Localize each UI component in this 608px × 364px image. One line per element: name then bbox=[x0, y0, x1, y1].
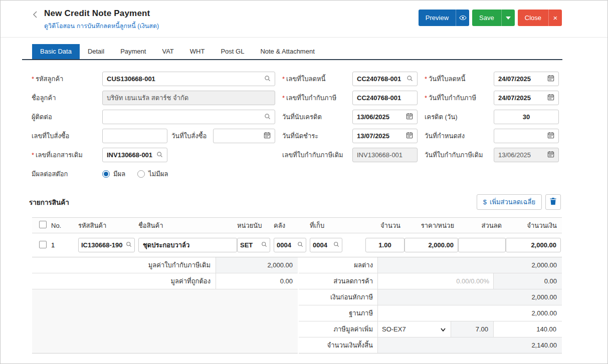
tax-invoice-date-field[interactable]: 24/07/2025 bbox=[494, 91, 559, 105]
totals-summary: มูลค่าใบกำกับภาษีเดิม 2,000.00 มูลค่าที่… bbox=[32, 257, 562, 353]
table-row: 1 IC130668-190 SET 0004 bbox=[32, 233, 562, 257]
due-date-label: วันที่นัดชำระ bbox=[282, 129, 352, 143]
qty-field[interactable] bbox=[365, 238, 404, 252]
preview-button[interactable]: Preview bbox=[419, 10, 469, 26]
contact-label: ผู้ติดต่อ bbox=[32, 110, 102, 124]
dollar-icon: $ bbox=[483, 198, 487, 206]
basic-data-form: *รหัสลูกค้า CUS130668-001 *เลขที่ใบลดหนี… bbox=[32, 72, 607, 181]
col-header-no: No. bbox=[51, 222, 78, 229]
discount-field[interactable] bbox=[458, 238, 506, 252]
price-field[interactable] bbox=[404, 238, 458, 252]
credit-note-date-field[interactable]: 24/07/2025 bbox=[494, 72, 559, 86]
trash-icon bbox=[549, 197, 557, 207]
tax-invoice-no-field[interactable]: CC240768-001 bbox=[352, 91, 418, 105]
tab-wht[interactable]: WHT bbox=[182, 44, 213, 59]
tax-base-label: ฐานภาษี bbox=[299, 305, 378, 321]
col-header-location: ที่เก็บ bbox=[310, 220, 365, 231]
tab-note-attachment[interactable]: Note & Attachment bbox=[252, 44, 322, 59]
po-date-field[interactable] bbox=[213, 129, 275, 143]
original-doc-no-field[interactable]: INV130668-001 bbox=[102, 148, 167, 162]
row-checkbox[interactable] bbox=[39, 241, 47, 248]
search-icon[interactable] bbox=[261, 241, 267, 249]
col-header-warehouse: คลัง bbox=[274, 220, 310, 231]
credit-note-no-label: *เลขที่ใบลดหนี้ bbox=[282, 72, 352, 86]
po-no-field[interactable] bbox=[102, 129, 167, 143]
search-icon[interactable] bbox=[297, 241, 303, 249]
calendar-icon bbox=[547, 151, 554, 159]
save-button[interactable]: Save bbox=[472, 10, 515, 26]
difference-value: 2,000.00 bbox=[378, 257, 562, 273]
calendar-icon[interactable] bbox=[547, 132, 554, 140]
calendar-icon[interactable] bbox=[406, 113, 413, 121]
vat-amount-value: 140.00 bbox=[494, 321, 561, 337]
back-icon[interactable] bbox=[32, 11, 38, 21]
video-tutorial-link[interactable]: ดูวิดีโอสอน การบันทึกลดหนี้ลูกหนี้ (เงิน… bbox=[44, 21, 159, 31]
col-header-price: ราคา/หน่วย bbox=[404, 220, 458, 231]
vat-code-select[interactable]: SO-EX7 bbox=[378, 321, 451, 337]
select-all-checkbox[interactable] bbox=[39, 221, 47, 228]
radio-no-effect[interactable]: ไม่มีผล bbox=[137, 169, 168, 179]
tax-invoice-no-label: *เลขที่ใบกำกับภาษี bbox=[282, 91, 352, 105]
customer-code-label: *รหัสลูกค้า bbox=[32, 72, 102, 86]
amount-field[interactable] bbox=[506, 238, 561, 252]
grand-total-label: จำนวนเงินทั้งสิ้น bbox=[299, 337, 378, 353]
search-icon[interactable] bbox=[333, 241, 339, 249]
tab-post-gl[interactable]: Post GL bbox=[213, 44, 252, 59]
delivery-date-label: วันที่กำหนดส่ง bbox=[425, 129, 494, 143]
search-icon[interactable] bbox=[126, 241, 132, 249]
tax-invoice-date-label: *วันที่ใบกำกับภาษี bbox=[425, 91, 494, 105]
due-date-field[interactable]: 13/07/2025 bbox=[352, 129, 418, 143]
tab-payment[interactable]: Payment bbox=[112, 44, 154, 59]
tab-detail[interactable]: Detail bbox=[80, 44, 112, 59]
close-x-icon[interactable]: × bbox=[548, 10, 562, 26]
location-field[interactable]: 0004 bbox=[310, 238, 342, 252]
before-tax-value: 2,000.00 bbox=[378, 289, 562, 305]
correct-value-field[interactable]: 0.00 bbox=[216, 273, 298, 289]
close-button[interactable]: Close × bbox=[518, 10, 562, 26]
delete-row-button[interactable] bbox=[545, 194, 561, 210]
correct-value-label: มูลค่าที่ถูกต้อง bbox=[32, 273, 216, 289]
credit-note-date-label: *วันที่ใบลดหนี้ bbox=[425, 72, 494, 86]
unit-field[interactable]: SET bbox=[237, 238, 270, 252]
credit-days-field[interactable]: 30 bbox=[494, 110, 559, 124]
radio-selected-icon[interactable] bbox=[102, 170, 110, 178]
po-date-label: วันที่ใบสั่งซื้อ bbox=[171, 131, 213, 141]
items-section-title: รายการสินค้า bbox=[29, 197, 69, 208]
warehouse-field[interactable]: 0004 bbox=[274, 238, 306, 252]
customer-name-label: ชื่อลูกค้า bbox=[32, 91, 102, 105]
items-section-header: รายการสินค้า $ เพิ่มส่วนลดเฉลี่ย bbox=[29, 194, 561, 210]
tab-basic-data[interactable]: Basic Data bbox=[32, 44, 80, 59]
search-icon[interactable] bbox=[264, 113, 271, 121]
product-code-field[interactable]: IC130668-190 bbox=[78, 238, 135, 252]
summary-right: ผลต่าง 2,000.00 ส่วนลดการค้า 0.00 เงินก่… bbox=[299, 257, 562, 353]
grand-total-value: 2,140.00 bbox=[378, 337, 562, 353]
preview-eye-icon[interactable] bbox=[456, 10, 469, 26]
credit-start-date-field[interactable]: 13/06/2025 bbox=[352, 110, 418, 124]
credit-days-label: เครดิต (วัน) bbox=[425, 110, 494, 124]
product-name-field[interactable] bbox=[138, 238, 237, 252]
calendar-icon[interactable] bbox=[406, 132, 413, 140]
calendar-icon[interactable] bbox=[547, 94, 554, 102]
customer-code-field[interactable]: CUS130668-001 bbox=[102, 72, 275, 86]
original-tax-invoice-no-label: เลขที่ใบกำกับภาษีเดิม bbox=[282, 148, 352, 162]
contact-field[interactable] bbox=[102, 110, 275, 124]
search-icon[interactable] bbox=[264, 75, 271, 83]
radio-has-effect[interactable]: มีผล bbox=[102, 169, 125, 179]
save-caret-down-icon[interactable] bbox=[501, 10, 515, 26]
search-icon[interactable] bbox=[156, 151, 163, 159]
delivery-date-field[interactable] bbox=[494, 129, 559, 143]
difference-label: ผลต่าง bbox=[299, 257, 378, 273]
radio-unselected-icon[interactable] bbox=[137, 170, 145, 178]
tab-vat[interactable]: VAT bbox=[154, 44, 181, 59]
credit-note-no-field[interactable]: CC240768-001 bbox=[352, 72, 418, 86]
original-tax-invoice-no-field: INV130668-001 bbox=[352, 148, 418, 162]
add-average-discount-button[interactable]: $ เพิ่มส่วนลดเฉลี่ย bbox=[477, 194, 542, 210]
tax-base-value: 2,000.00 bbox=[378, 305, 562, 321]
search-icon[interactable] bbox=[407, 75, 413, 83]
tab-bar: Basic Data Detail Payment VAT WHT Post G… bbox=[22, 44, 562, 60]
customer-name-field: บริษัท เยนเนรัล สตาร์ช จำกัด bbox=[102, 91, 275, 105]
trade-discount-input[interactable] bbox=[378, 273, 494, 289]
vat-rate-value: 7.00 bbox=[451, 321, 494, 337]
calendar-icon[interactable] bbox=[264, 132, 271, 140]
calendar-icon[interactable] bbox=[547, 75, 554, 83]
